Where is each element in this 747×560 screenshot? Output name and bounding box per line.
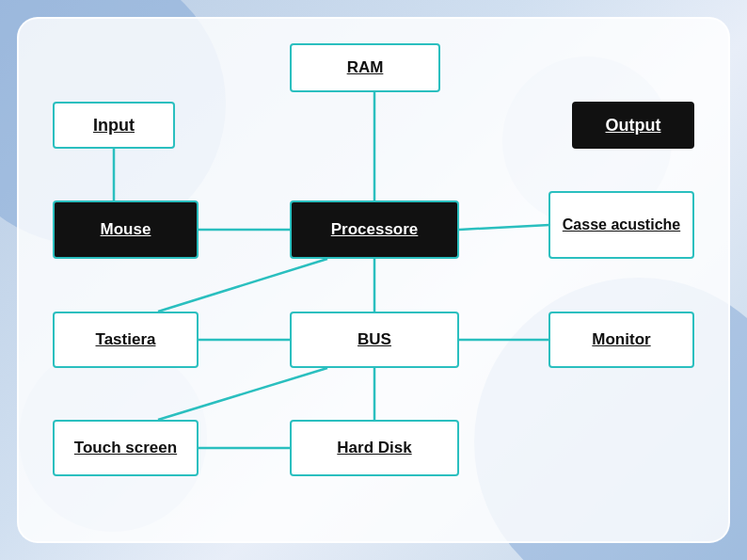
svg-line-10: [158, 368, 327, 420]
casse-label: Casse acustiche: [563, 216, 680, 233]
bus-label: BUS: [358, 330, 391, 349]
monitor-box: Monitor: [548, 312, 694, 368]
touchscreen-label: Touch screen: [74, 439, 177, 457]
output-box: Output: [572, 102, 694, 149]
harddisk-box: Hard Disk: [290, 420, 459, 476]
bus-box: BUS: [290, 312, 459, 368]
casse-box: Casse acustiche: [548, 191, 694, 259]
mouse-box: Mouse: [53, 200, 199, 259]
svg-line-6: [459, 225, 549, 230]
processore-box: Processore: [290, 200, 459, 259]
svg-line-9: [158, 259, 327, 312]
input-box: Input: [53, 102, 175, 149]
tastiera-box: Tastiera: [53, 312, 199, 368]
output-label: Output: [606, 116, 661, 136]
harddisk-label: Hard Disk: [337, 439, 411, 457]
input-label: Input: [93, 116, 135, 136]
ram-box: RAM: [290, 43, 440, 92]
ram-label: RAM: [347, 58, 384, 77]
mouse-label: Mouse: [101, 220, 151, 239]
monitor-label: Monitor: [592, 330, 650, 349]
touchscreen-box: Touch screen: [53, 420, 199, 476]
tastiera-label: Tastiera: [96, 330, 156, 349]
processore-label: Processore: [331, 220, 419, 239]
